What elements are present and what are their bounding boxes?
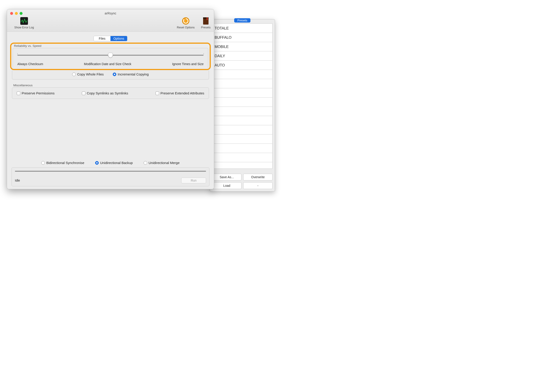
delete-button[interactable]: - <box>243 182 273 189</box>
slider-label-right: Ignore Times and Size <box>172 62 203 66</box>
run-button[interactable]: Run <box>181 178 206 183</box>
reliability-slider[interactable] <box>17 53 203 58</box>
preset-item[interactable]: AUTO <box>212 61 272 70</box>
preset-item[interactable] <box>212 98 272 107</box>
window-title: arRsync <box>104 11 116 15</box>
incremental-copying-label: Incremental Copying <box>118 72 149 76</box>
presets-buttons: Save As... Overwrite Load - <box>212 174 273 189</box>
presets-toolbar-button[interactable]: Presets <box>199 17 213 29</box>
status-text: Idle <box>15 179 20 182</box>
save-as-button[interactable]: Save As... <box>212 174 241 181</box>
group-reliability-bottom: Copy Whole Files Incremental Copying <box>12 70 209 80</box>
tab-options[interactable]: Options <box>110 36 127 41</box>
reset-options-button[interactable]: Reset Options <box>176 17 196 29</box>
reset-options-label: Reset Options <box>177 26 195 29</box>
svg-rect-5 <box>207 17 208 20</box>
copy-whole-files-radio[interactable]: Copy Whole Files <box>72 72 104 76</box>
minimize-icon[interactable] <box>15 12 18 15</box>
preset-item[interactable]: MOBILE <box>212 42 272 51</box>
preset-item[interactable] <box>212 144 272 153</box>
uni-backup-label: Unidirectional Backup <box>100 161 133 165</box>
load-button[interactable]: Load <box>212 182 241 189</box>
tab-files[interactable]: Files <box>94 36 110 41</box>
main-window: arRsync Show Error Log <box>7 9 214 189</box>
svg-rect-4 <box>203 17 208 19</box>
uni-merge-label: Unidirectional Merge <box>149 161 180 165</box>
slider-label-left: Always Checksum <box>17 62 43 66</box>
slider-thumb-icon[interactable] <box>108 53 113 58</box>
preset-item[interactable] <box>212 153 272 162</box>
preset-item[interactable] <box>212 88 272 98</box>
reset-icon <box>182 17 190 25</box>
show-error-log-label: Show Error Log <box>14 26 34 29</box>
bidirectional-label: Bidirectional Synchronise <box>46 161 84 165</box>
preset-item[interactable] <box>212 70 272 79</box>
show-error-log-button[interactable]: Show Error Log <box>10 17 38 29</box>
preset-item[interactable] <box>212 107 272 116</box>
preset-item[interactable] <box>212 134 272 144</box>
preserve-xattr-label: Preserve Extended Attributes <box>161 91 204 95</box>
group-misc-label: Miscellaneous <box>13 84 209 87</box>
tab-control[interactable]: Files Options <box>94 36 127 41</box>
preset-item[interactable]: BUFFALO <box>212 33 272 42</box>
window-controls <box>10 12 22 15</box>
copy-symlinks-check[interactable]: Copy Symlinks as Symlinks <box>82 91 128 95</box>
incremental-copying-radio[interactable]: Incremental Copying <box>113 72 149 76</box>
progress-bar <box>15 171 206 172</box>
preserve-xattr-check[interactable]: Preserve Extended Attributes <box>156 91 204 95</box>
preserve-permissions-label: Preserve Permissions <box>22 91 55 95</box>
bidirectional-radio[interactable]: Bidirectional Synchronise <box>41 161 84 165</box>
presets-window: Presets TOTALEBUFFALOMOBILEDAILYAUTO Sav… <box>210 19 275 191</box>
group-reliability-label: Reliability vs. Speed <box>14 44 208 47</box>
progress-frame: Idle Run <box>11 167 209 186</box>
copy-symlinks-label: Copy Symlinks as Symlinks <box>87 91 128 95</box>
slider-label-center: Modification Date and Size Check <box>84 62 131 66</box>
close-icon[interactable] <box>10 12 13 15</box>
group-misc: Preserve Permissions Copy Symlinks as Sy… <box>12 88 209 99</box>
preset-item[interactable]: TOTALE <box>212 24 272 33</box>
presets-title-badge: Presets <box>234 18 250 22</box>
book-icon <box>202 17 210 25</box>
uni-merge-radio[interactable]: Unidirectional Merge <box>144 161 180 165</box>
error-log-icon <box>20 17 28 25</box>
overwrite-button[interactable]: Overwrite <box>243 174 273 181</box>
preset-item[interactable] <box>212 116 272 125</box>
titlebar: arRsync Show Error Log <box>7 9 214 32</box>
preset-item[interactable] <box>212 79 272 88</box>
reliability-highlight: Reliability vs. Speed Always C <box>10 43 211 70</box>
preserve-permissions-check[interactable]: Preserve Permissions <box>17 91 55 95</box>
presets-list[interactable]: TOTALEBUFFALOMOBILEDAILYAUTO <box>212 23 273 169</box>
zoom-icon[interactable] <box>20 12 22 15</box>
presets-toolbar-label: Presets <box>201 26 211 29</box>
preset-item[interactable] <box>212 125 272 134</box>
group-reliability-top: Always Checksum Modification Date and Si… <box>13 48 208 68</box>
preset-item[interactable]: DAILY <box>212 51 272 61</box>
copy-whole-files-label: Copy Whole Files <box>77 72 104 76</box>
uni-backup-radio[interactable]: Unidirectional Backup <box>95 161 133 165</box>
